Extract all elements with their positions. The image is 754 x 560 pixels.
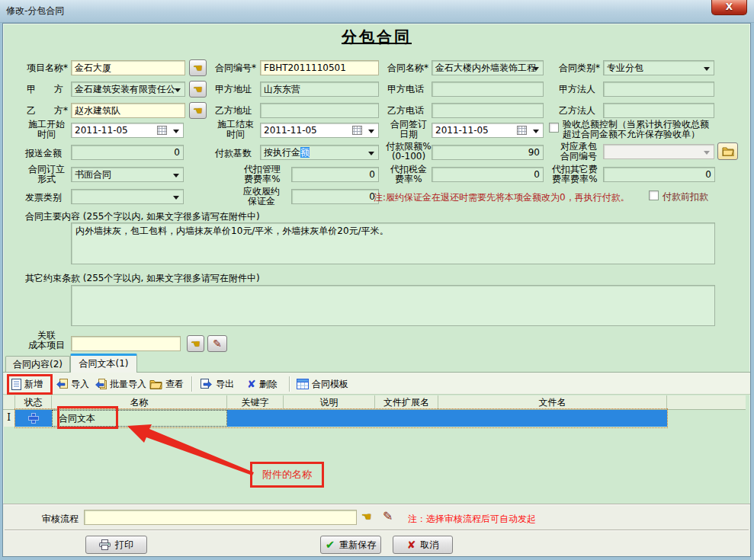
main-content-textarea[interactable]: 内外墙抹灰，包工包料，内墙抹灰单价10元/平米，外墙抹灰单价20元/平米。: [71, 222, 715, 264]
chevron-down-icon: [173, 196, 179, 203]
approval-clear-button[interactable]: ✎: [383, 509, 393, 523]
description-cell[interactable]: [284, 410, 375, 427]
related-contract-folder-button[interactable]: [717, 142, 738, 160]
party-a-address-label: 甲方地址: [215, 84, 252, 94]
approval-flow-label: 审核流程: [42, 514, 79, 524]
tax-fee-rate-input[interactable]: [432, 167, 544, 182]
batch-import-button[interactable]: 批量导入: [95, 376, 146, 392]
sign-date-datepicker[interactable]: 2011-11-05: [432, 123, 544, 138]
export-icon: [201, 379, 213, 390]
other-terms-textarea[interactable]: [71, 285, 715, 326]
contract-type-select[interactable]: 专业分包: [603, 60, 714, 75]
payment-limit-input[interactable]: [432, 145, 544, 160]
hand-picker-icon: ☚: [191, 338, 201, 350]
view-button[interactable]: 查看: [149, 376, 184, 392]
project-name-input[interactable]: [71, 60, 185, 75]
cost-item-clear-button[interactable]: ✎: [207, 335, 227, 352]
payment-base-select[interactable]: 按执行金额: [260, 145, 379, 160]
project-name-label: 项目名称*: [27, 62, 68, 73]
party-a-legal-label: 甲方法人: [559, 84, 595, 94]
main-content-label: 合同主要内容 (255个字以内, 如果文字很多请写在附件中): [25, 211, 260, 222]
close-button[interactable]: X: [711, 0, 747, 15]
party-b-label: 乙 方*: [27, 105, 68, 116]
party-b-phone-input[interactable]: [432, 103, 544, 118]
cost-item-input[interactable]: [71, 336, 181, 351]
grid-header-file-name: 文件名: [438, 395, 667, 410]
chevron-down-icon: [704, 151, 710, 158]
print-button[interactable]: 打印: [85, 536, 147, 554]
chevron-down-icon: [533, 130, 539, 136]
close-icon: X: [726, 2, 733, 12]
cancel-x-icon: ✘: [407, 539, 416, 551]
add-button[interactable]: 新增: [11, 376, 43, 392]
save-button[interactable]: ✔ 重新保存: [320, 536, 381, 554]
printer-icon: [99, 539, 111, 550]
other-terms-label: 其它约束条款 (255个字以内, 如果文字很多请写在附件中): [25, 273, 260, 283]
deposit-label: 应收履约 保证金: [235, 187, 288, 206]
mgmt-fee-rate-input[interactable]: [291, 167, 379, 182]
end-time-datepicker[interactable]: 2011-11-05: [260, 123, 379, 138]
pre-payment-deduct-checkbox[interactable]: [649, 190, 659, 200]
grid-header-filler: [667, 395, 746, 410]
acceptance-control-label: 验收总额控制（当累计执行验收总额 超过合同金额不允许保存验收单）: [563, 120, 735, 139]
project-picker-button[interactable]: ☚: [189, 59, 207, 76]
payment-limit-label: 付款限额% (0-100): [385, 142, 432, 162]
contract-no-input[interactable]: [260, 60, 379, 75]
delete-x-icon: ✘: [247, 379, 256, 390]
report-amount-input[interactable]: [71, 145, 184, 160]
party-a-picker-button[interactable]: ☚: [189, 81, 207, 98]
start-time-datepicker[interactable]: 2011-11-05: [71, 123, 184, 138]
party-b-address-input[interactable]: [260, 103, 379, 118]
file-name-cell[interactable]: [438, 410, 667, 427]
tab-contract-content[interactable]: 合同内容(2): [5, 356, 70, 373]
party-b-legal-input[interactable]: [603, 103, 714, 118]
export-button[interactable]: 导出: [201, 376, 234, 392]
cancel-button[interactable]: ✘ 取消: [393, 536, 453, 554]
party-b-picker-button[interactable]: ☚: [189, 102, 207, 119]
party-a-select[interactable]: 金石建筑安装有限责任公: [71, 82, 185, 97]
party-a-phone-input[interactable]: [432, 82, 544, 97]
acceptance-control-checkbox[interactable]: [549, 123, 559, 133]
other-fee-rate-input[interactable]: [603, 167, 715, 182]
party-a-legal-input[interactable]: [603, 82, 714, 97]
chevron-down-icon: [173, 174, 179, 181]
open-folder-icon: [149, 379, 162, 389]
keyword-cell[interactable]: [227, 410, 284, 427]
calendar-icon: [517, 126, 527, 135]
party-b-input[interactable]: [71, 103, 185, 118]
grid-header-keyword: 关键字: [227, 395, 284, 410]
chevron-down-icon: [368, 130, 374, 136]
approval-picker-button[interactable]: ☚: [361, 510, 371, 524]
batch-import-icon: [95, 379, 107, 390]
cost-item-label: 关联 成本项目: [23, 331, 70, 350]
chevron-down-icon: [175, 88, 181, 95]
file-ext-cell[interactable]: [375, 410, 438, 427]
party-a-address-input[interactable]: [260, 82, 379, 97]
grid-header-indicator: [3, 395, 15, 410]
template-button[interactable]: 合同模板: [297, 376, 348, 392]
footer-divider: [5, 530, 749, 530]
calendar-icon: [352, 126, 362, 135]
party-a-phone-label: 甲方电话: [387, 84, 424, 94]
party-b-address-label: 乙方地址: [215, 105, 252, 116]
invoice-type-label: 发票类别: [25, 192, 62, 203]
contract-name-label: 合同名称*: [387, 62, 428, 73]
cost-item-picker-button[interactable]: ☚: [187, 335, 204, 352]
deposit-input[interactable]: [291, 189, 379, 204]
window-title: 修改-分包合同: [6, 5, 64, 16]
invoice-type-select[interactable]: [71, 189, 184, 204]
contract-form-select[interactable]: 书面合同: [71, 167, 184, 182]
tab-contract-text[interactable]: 合同文本(1): [70, 354, 137, 373]
approval-flow-input[interactable]: [84, 510, 357, 525]
party-b-legal-label: 乙方法人: [559, 105, 595, 116]
contract-name-select[interactable]: 金石大楼内外墙装饰工程: [432, 60, 544, 75]
related-contract-no-label: 对应承包 合同编号: [557, 142, 600, 162]
name-cell[interactable]: 合同文本: [52, 410, 227, 427]
title-bar: 修改-分包合同 X: [0, 0, 754, 23]
import-button[interactable]: 导入: [56, 376, 89, 392]
row-indicator: I: [3, 410, 15, 427]
delete-button[interactable]: ✘ 删除: [247, 376, 278, 392]
annotation-label: 附件的名称: [250, 462, 324, 488]
status-cell[interactable]: [15, 410, 52, 427]
report-amount-label: 报送金额: [25, 148, 62, 158]
